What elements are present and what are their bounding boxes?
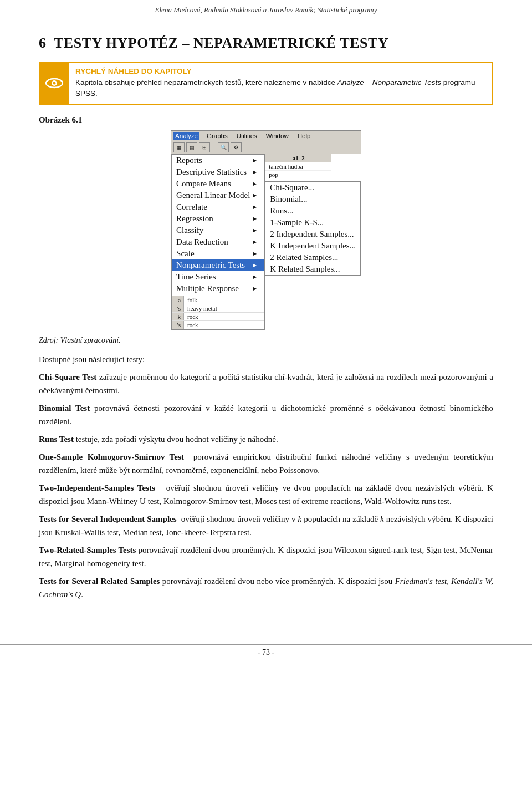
- figure-container: Analyze Graphs Utilities Window Help ▦ ▤…: [39, 130, 493, 330]
- source-note: Zdroj: Vlastní zpracování.: [39, 336, 493, 345]
- submenu-k-independent[interactable]: K Independent Samples...: [265, 240, 360, 252]
- menu-item-compare-means[interactable]: Compare Means▶: [172, 178, 264, 190]
- menu-window[interactable]: Window: [264, 132, 290, 140]
- submenu-2-independent[interactable]: 2 Independent Samples...: [265, 228, 360, 240]
- data-col-header: a1_2: [265, 154, 331, 162]
- page-footer: - 73 -: [0, 644, 532, 657]
- spss-body: Reports▶ Descriptive Statistics▶ Compare…: [171, 154, 361, 330]
- body-chi-square: Chi-Square Test zařazuje proměnnou do ka…: [39, 370, 493, 397]
- row-num-1: a: [172, 296, 184, 304]
- quick-look-text: Kapitola obsahuje přehled neparametrický…: [75, 77, 485, 100]
- body-two-independent: Two-Independent-Samples Tests ověřují sh…: [39, 481, 493, 508]
- body-several-related: Tests for Several Related Samples porovn…: [39, 574, 493, 601]
- body-kolmogorov: One-Sample Kolmogorov-Smirnov Test porov…: [39, 450, 493, 477]
- body-two-related: Two-Related-Samples Tests porovnávají ro…: [39, 543, 493, 570]
- toolbar-btn-1[interactable]: ▦: [173, 142, 185, 152]
- menu-utilities[interactable]: Utilities: [235, 132, 259, 140]
- submenu-chi-square[interactable]: Chi-Square...: [265, 182, 360, 194]
- menu-item-correlate[interactable]: Correlate▶: [172, 201, 264, 213]
- quick-look-icon-area: [40, 63, 69, 104]
- nonparametric-submenu: Chi-Square... Binomial... Runs... 1-Samp…: [265, 181, 361, 276]
- menu-item-data-reduction[interactable]: Data Reduction▶: [172, 236, 264, 248]
- menu-graphs[interactable]: Graphs: [205, 132, 229, 140]
- menu-item-reports[interactable]: Reports▶: [172, 155, 264, 166]
- row-val-1: folk: [184, 296, 228, 304]
- row-val-3: rock: [184, 313, 228, 320]
- data-row-2: 's heavy metal: [172, 304, 264, 313]
- row-val-2: heavy metal: [184, 304, 228, 312]
- spss-toolbar: ▦ ▤ ⊞ 🔍 ⚙: [171, 141, 361, 154]
- menu-item-regression[interactable]: Regression▶: [172, 213, 264, 225]
- page-number: - 73 -: [258, 648, 274, 656]
- toolbar-btn-5[interactable]: ⚙: [231, 142, 242, 152]
- eye-icon: [45, 77, 63, 89]
- quick-look-content: RYCHLÝ NÁHLED DO KAPITOLY Kapitola obsah…: [69, 63, 492, 104]
- body-binomial: Binomial Test porovnává četnosti pozorov…: [39, 401, 493, 428]
- data-col-cell-2: pop: [265, 171, 331, 179]
- spss-menubar: Analyze Graphs Utilities Window Help: [171, 131, 361, 141]
- data-col-area: a1_2 taneční hudba pop: [265, 154, 331, 179]
- header-text: Elena Mielcová, Radmila Stoklasová a Jar…: [155, 6, 377, 14]
- toolbar-btn-2[interactable]: ▤: [186, 142, 197, 152]
- row-val-4: rock: [184, 321, 228, 329]
- figure-label: Obrázek 6.1: [39, 115, 493, 125]
- toolbar-btn-3[interactable]: ⊞: [199, 142, 210, 152]
- svg-point-2: [53, 82, 56, 85]
- right-panel: a1_2 taneční hudba pop Chi-Square... Bin…: [265, 154, 361, 330]
- body-several-independent: Tests for Several Independent Samples ov…: [39, 512, 493, 539]
- data-col-cell-1: taneční hudba: [265, 162, 331, 171]
- data-row-3: k rock: [172, 313, 264, 321]
- page-header: Elena Mielcová, Radmila Stoklasová a Jar…: [0, 0, 532, 18]
- menu-item-scale[interactable]: Scale▶: [172, 248, 264, 259]
- submenu-1sample-ks[interactable]: 1-Sample K-S...: [265, 217, 360, 228]
- menu-item-classify[interactable]: Classify▶: [172, 225, 264, 236]
- data-row-1: a folk: [172, 296, 264, 304]
- menu-item-time-series[interactable]: Time Series▶: [172, 271, 264, 283]
- submenu-runs[interactable]: Runs...: [265, 205, 360, 217]
- body-intro: Dostupné jsou následující testy:: [39, 353, 493, 366]
- menu-item-nonparametric[interactable]: Nonparametric Tests▶: [172, 259, 264, 271]
- toolbar-btn-4[interactable]: 🔍: [218, 142, 229, 152]
- row-num-2: 's: [172, 304, 184, 312]
- menu-item-multiple-response[interactable]: Multiple Response▶: [172, 283, 264, 294]
- analyze-dropdown: Reports▶ Descriptive Statistics▶ Compare…: [171, 154, 265, 330]
- row-num-3: k: [172, 313, 184, 320]
- quick-look-box: RYCHLÝ NÁHLED DO KAPITOLY Kapitola obsah…: [39, 62, 493, 105]
- quick-look-title: RYCHLÝ NÁHLED DO KAPITOLY: [75, 67, 485, 75]
- menu-help[interactable]: Help: [296, 132, 313, 140]
- menu-item-descriptive[interactable]: Descriptive Statistics▶: [172, 166, 264, 178]
- row-num-4: 's: [172, 321, 184, 329]
- spss-screenshot: Analyze Graphs Utilities Window Help ▦ ▤…: [171, 130, 361, 330]
- menu-analyze[interactable]: Analyze: [173, 132, 200, 140]
- chapter-title: 6 TESTY HYPOTÉZ – NEPARAMETRICKÉ TESTY: [39, 35, 493, 52]
- page-content: 6 TESTY HYPOTÉZ – NEPARAMETRICKÉ TESTY R…: [0, 18, 532, 628]
- data-col-top: a1_2 taneční hudba pop: [265, 154, 361, 179]
- menu-item-glm[interactable]: General Linear Model▶: [172, 190, 264, 201]
- body-runs: Runs Test testuje, zda pořadí výskytu dv…: [39, 432, 493, 446]
- submenu-2-related[interactable]: 2 Related Samples...: [265, 252, 360, 263]
- data-row-4: 's rock: [172, 321, 264, 329]
- submenu-binomial[interactable]: Binomial...: [265, 194, 360, 205]
- submenu-k-related[interactable]: K Related Samples...: [265, 263, 360, 275]
